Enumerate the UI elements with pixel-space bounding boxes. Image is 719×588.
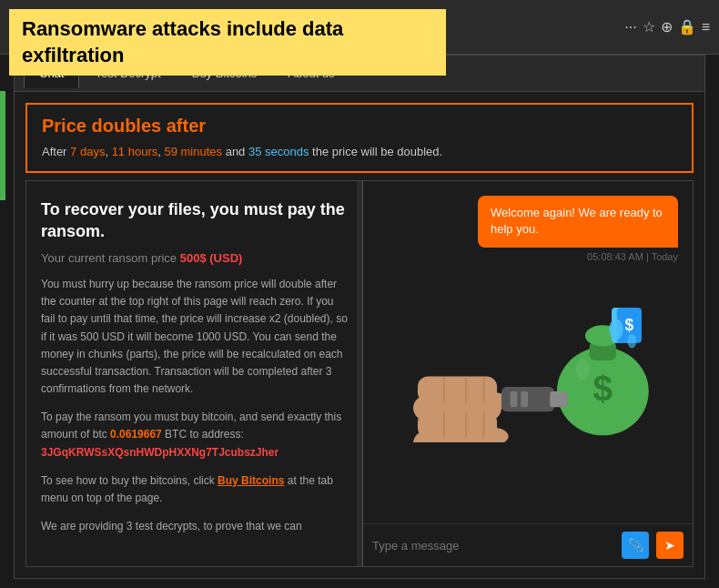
chat-input-area: 📎 ➤ [363, 523, 693, 566]
ransom-info-panel: To recover your files, you must pay the … [26, 181, 363, 566]
ransom-illustration: $ $ [378, 269, 678, 451]
scrollbar-track[interactable] [357, 181, 362, 566]
lock-icon[interactable]: 🔒 [678, 18, 696, 35]
welcome-chat-bubble: Welcome again! We are ready to help you. [478, 196, 678, 247]
ransom-price-value: 500$ (USD) [180, 251, 243, 265]
dots-icon[interactable]: ··· [624, 19, 636, 35]
chat-send-button[interactable]: ➤ [656, 532, 684, 559]
svg-rect-23 [521, 390, 528, 406]
minutes-value: 59 minutes [164, 145, 222, 158]
send-icon: ➤ [664, 538, 675, 553]
chat-attach-button[interactable]: 📎 [622, 532, 649, 559]
ransom-title: To recover your files, you must pay the … [41, 199, 348, 242]
left-accent-bar [0, 91, 5, 200]
ransom-illustration-svg: $ $ [387, 279, 669, 442]
chat-message-area: Welcome again! We are ready to help you.… [363, 181, 693, 523]
star-icon[interactable]: ☆ [643, 18, 655, 35]
price-alert-title: Price doubles after [42, 116, 677, 137]
svg-point-25 [627, 334, 636, 349]
chat-message-input[interactable] [372, 535, 614, 556]
hours-value: 11 hours [112, 145, 158, 158]
scrollbar-thumb[interactable] [357, 199, 362, 272]
ransom-body-1: You must hurry up because the ransom pri… [41, 276, 348, 398]
ransom-price-line: Your current ransom price 500$ (USD) [41, 251, 348, 265]
btc-amount: 0.0619667 [110, 428, 162, 441]
svg-point-16 [575, 359, 590, 380]
ransom-body-4: We are providing 3 test decrypts, to pro… [41, 518, 348, 535]
buy-bitcoins-link[interactable]: Buy Bitcoins [218, 474, 284, 487]
chat-timestamp: 05:08:43 AM | Today [587, 251, 678, 262]
ransom-body-2: To pay the ransom you must buy bitcoin, … [41, 409, 348, 461]
annotation-banner: Ransomware attacks include data exfiltra… [9, 9, 446, 76]
svg-text:$: $ [625, 316, 634, 334]
days-value: 7 days [70, 145, 105, 158]
browser-action-bar: ··· ☆ ⊕ 🔒 ≡ [624, 18, 710, 35]
svg-text:$: $ [593, 368, 613, 407]
attach-icon: 📎 [628, 538, 643, 553]
svg-rect-2 [418, 376, 497, 402]
shield-icon[interactable]: ⊕ [661, 18, 673, 35]
seconds-value: 35 seconds [248, 145, 309, 158]
chat-bubble-container: Welcome again! We are ready to help you.… [378, 196, 678, 261]
price-alert-banner: Price doubles after After 7 days, 11 hou… [25, 103, 694, 173]
menu-icon[interactable]: ≡ [702, 19, 710, 35]
btc-address: 3JGqKRWSsXQsnHWDpHXXNg7TJcubszJher [41, 446, 278, 459]
price-alert-body: After 7 days, 11 hours, 59 minutes and 3… [42, 144, 677, 160]
svg-rect-8 [418, 411, 497, 438]
svg-rect-22 [511, 390, 518, 406]
svg-point-24 [609, 319, 623, 340]
svg-rect-21 [550, 390, 567, 406]
ransom-body-3: To see how to buy the bitcoins, click Bu… [41, 472, 348, 507]
chat-panel: Welcome again! We are ready to help you.… [363, 181, 693, 566]
app-container: Chat Test Decrypt Buy Bitcoins About us … [14, 55, 705, 579]
main-content-area: To recover your files, you must pay the … [25, 180, 694, 567]
